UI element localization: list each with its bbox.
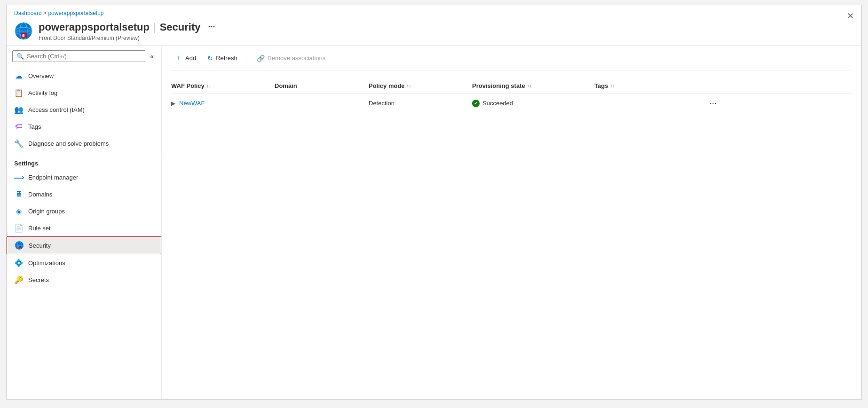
col-actions bbox=[688, 82, 717, 89]
waf-policy-link[interactable]: NewWAF bbox=[179, 100, 205, 107]
breadcrumb-resource[interactable]: powerappsportalsetup bbox=[48, 10, 103, 16]
nav-overview-label: Overview bbox=[28, 72, 54, 79]
row-more-button[interactable]: ··· bbox=[688, 98, 717, 108]
table-header: WAF Policy ↑↓ Domain Policy mode ↑↓ Prov… bbox=[171, 78, 852, 94]
domains-icon: 🖥 bbox=[14, 189, 24, 199]
nav-access-control[interactable]: 👥 Access control (IAM) bbox=[7, 101, 161, 118]
search-box[interactable]: 🔍 bbox=[12, 50, 145, 62]
remove-label: Remove associations bbox=[268, 55, 326, 62]
remove-icon: 🔗 bbox=[257, 55, 265, 62]
origin-groups-icon: ◈ bbox=[14, 206, 24, 216]
remove-associations-button[interactable]: 🔗 Remove associations bbox=[253, 53, 330, 64]
col-domain: Domain bbox=[275, 82, 369, 89]
breadcrumb-separator: > bbox=[43, 10, 48, 16]
search-icon: 🔍 bbox=[16, 53, 24, 60]
col-policy-mode-label: Policy mode bbox=[369, 82, 405, 89]
add-button[interactable]: ＋ Add bbox=[171, 51, 200, 65]
title-group: powerappsportalsetup | Security ··· Fron… bbox=[39, 20, 854, 41]
svg-rect-11 bbox=[19, 246, 20, 248]
activity-log-icon: 📋 bbox=[14, 88, 24, 97]
nav-diagnose-label: Diagnose and solve problems bbox=[28, 140, 109, 147]
nav-optimizations[interactable]: 💠 Optimizations bbox=[7, 254, 161, 271]
toolbar: ＋ Add ↻ Refresh 🔗 Remove associations bbox=[171, 51, 852, 71]
section-name: Security bbox=[160, 21, 201, 33]
nav-origin-groups[interactable]: ◈ Origin groups bbox=[7, 203, 161, 220]
close-button[interactable]: ✕ bbox=[847, 11, 854, 21]
access-control-icon: 👥 bbox=[14, 105, 24, 114]
col-waf-policy-sort: ↑↓ bbox=[206, 83, 211, 88]
nav-optimizations-label: Optimizations bbox=[28, 259, 65, 267]
rule-set-icon: 📄 bbox=[14, 223, 24, 233]
endpoint-manager-icon: ⟹ bbox=[14, 173, 24, 182]
nav-secrets[interactable]: 🔑 Secrets bbox=[7, 271, 161, 288]
more-options-icon[interactable]: ··· bbox=[204, 20, 219, 34]
col-provisioning-state-sort: ↑↓ bbox=[527, 83, 532, 88]
resource-name: powerappsportalsetup bbox=[39, 21, 150, 33]
security-icon bbox=[15, 241, 24, 250]
provisioning-state-value: Succeeded bbox=[482, 100, 513, 107]
main-container: Dashboard > powerappsportalsetup powerap… bbox=[6, 5, 862, 400]
resource-title: powerappsportalsetup | Security ··· bbox=[39, 20, 854, 34]
nav-tags[interactable]: 🏷 Tags bbox=[7, 118, 161, 135]
refresh-icon: ↻ bbox=[207, 55, 213, 62]
nav-domains-label: Domains bbox=[28, 191, 52, 198]
nav-tags-label: Tags bbox=[28, 123, 41, 130]
optimizations-icon: 💠 bbox=[14, 258, 24, 267]
col-policy-mode[interactable]: Policy mode ↑↓ bbox=[369, 82, 472, 89]
nav-domains[interactable]: 🖥 Domains bbox=[7, 186, 161, 203]
add-label: Add bbox=[185, 55, 196, 62]
col-waf-policy-label: WAF Policy bbox=[171, 82, 205, 89]
resource-subtitle: Front Door Standard/Premium (Preview) bbox=[39, 35, 854, 41]
col-waf-policy[interactable]: WAF Policy ↑↓ bbox=[171, 82, 275, 89]
row-provisioning-state: Succeeded bbox=[472, 100, 594, 107]
col-provisioning-state-label: Provisioning state bbox=[472, 82, 525, 89]
settings-section-label: Settings bbox=[7, 154, 161, 169]
row-waf-policy: ▶ NewWAF bbox=[171, 100, 275, 107]
nav-diagnose[interactable]: 🔧 Diagnose and solve problems bbox=[7, 135, 161, 152]
col-policy-mode-sort: ↑↓ bbox=[407, 83, 411, 88]
nav-rule-set-label: Rule set bbox=[28, 225, 51, 232]
row-policy-mode: Detection bbox=[369, 100, 472, 107]
page-header: powerappsportalsetup | Security ··· Fron… bbox=[7, 18, 861, 46]
col-tags-sort: ↑↓ bbox=[610, 83, 615, 88]
nav-access-control-label: Access control (IAM) bbox=[28, 106, 85, 113]
table-row: ▶ NewWAF Detection Succeeded ··· bbox=[171, 94, 852, 113]
nav-endpoint-manager[interactable]: ⟹ Endpoint manager bbox=[7, 169, 161, 186]
svg-rect-5 bbox=[23, 34, 24, 37]
nav-secrets-label: Secrets bbox=[28, 276, 49, 283]
add-icon: ＋ bbox=[175, 53, 182, 63]
content-area: ＋ Add ↻ Refresh 🔗 Remove associations WA… bbox=[162, 46, 861, 399]
nav-overview[interactable]: ☁ Overview bbox=[7, 67, 161, 84]
breadcrumb: Dashboard > powerappsportalsetup bbox=[7, 5, 861, 18]
refresh-button[interactable]: ↻ Refresh bbox=[204, 53, 241, 64]
main-layout: 🔍 « ☁ Overview 📋 Activity log 👥 Access c… bbox=[7, 46, 861, 399]
nav-endpoint-label: Endpoint manager bbox=[28, 174, 78, 181]
collapse-button[interactable]: « bbox=[148, 52, 156, 61]
row-expand-button[interactable]: ▶ bbox=[171, 100, 175, 107]
sidebar: 🔍 « ☁ Overview 📋 Activity log 👥 Access c… bbox=[7, 46, 162, 399]
success-icon bbox=[472, 100, 480, 107]
nav-security-label: Security bbox=[29, 242, 51, 249]
nav-origin-groups-label: Origin groups bbox=[28, 208, 65, 215]
overview-icon: ☁ bbox=[14, 71, 24, 80]
refresh-label: Refresh bbox=[216, 55, 237, 62]
search-area: 🔍 « bbox=[7, 46, 161, 67]
diagnose-icon: 🔧 bbox=[14, 139, 24, 148]
nav-activity-log-label: Activity log bbox=[28, 89, 57, 96]
nav-rule-set[interactable]: 📄 Rule set bbox=[7, 220, 161, 236]
secrets-icon: 🔑 bbox=[14, 275, 24, 284]
col-tags-label: Tags bbox=[594, 82, 608, 89]
col-provisioning-state[interactable]: Provisioning state ↑↓ bbox=[472, 82, 594, 89]
search-input[interactable] bbox=[27, 53, 141, 60]
tags-icon: 🏷 bbox=[14, 122, 24, 131]
col-domain-label: Domain bbox=[275, 82, 297, 89]
col-tags[interactable]: Tags ↑↓ bbox=[594, 82, 688, 89]
breadcrumb-dashboard[interactable]: Dashboard bbox=[14, 10, 42, 16]
resource-icon bbox=[14, 22, 33, 40]
title-separator: | bbox=[153, 21, 156, 33]
toolbar-divider bbox=[247, 54, 247, 63]
nav-activity-log[interactable]: 📋 Activity log bbox=[7, 84, 161, 101]
nav-security[interactable]: Security bbox=[7, 236, 161, 254]
